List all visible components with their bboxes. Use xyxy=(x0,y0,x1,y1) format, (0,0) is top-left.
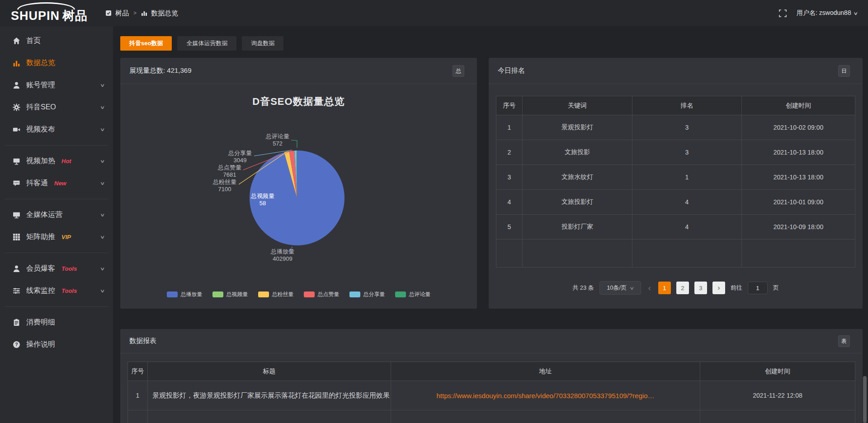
sidebar-item-home[interactable]: 首页 xyxy=(0,30,113,52)
legend-chip xyxy=(395,291,406,297)
sidebar-divider xyxy=(5,145,108,146)
sidebar-divider xyxy=(5,199,108,199)
tab-media-operation-data[interactable]: 全媒体运营数据 xyxy=(177,36,236,51)
col-created: 创建时间 xyxy=(700,362,855,381)
chevron-down-icon: ∨ xyxy=(99,83,105,88)
chevron-down-icon: ∨ xyxy=(99,235,105,240)
sidebar-item-video-publish[interactable]: 视频发布 ∨ xyxy=(0,118,113,141)
seo-chart-panel: 展现量总数: 421,369 总 D音SEO数据量总览 总评论量572 xyxy=(120,58,477,309)
chart-legend: 总播放量 总视频量 总粉丝量 总点赞量 总分享量 总评论量 xyxy=(120,291,477,298)
screen-icon xyxy=(13,157,20,165)
sidebar-item-douyin-seo[interactable]: 抖音SEO ∨ xyxy=(0,96,113,118)
sidebar-item-help[interactable]: ? 操作说明 xyxy=(0,334,113,356)
report-panel-title: 数据报表 xyxy=(129,337,156,345)
sidebar-item-video-heat[interactable]: 视频加热 Hot ∨ xyxy=(0,150,113,172)
legend-item-plays[interactable]: 总播放量 xyxy=(167,291,203,298)
user-menu[interactable]: 用户名: zswodun88 ∨ xyxy=(797,9,857,17)
chart-panel-header: 展现量总数: 421,369 xyxy=(120,58,477,84)
video-camera-icon xyxy=(13,126,20,133)
bar-chart-icon xyxy=(141,10,147,16)
app-logo: SHUPIN树品 xyxy=(11,0,105,26)
data-report-panel: 数据报表 表 序号 标题 地址 创建时间 1 景观投影灯，夜游景观投影灯厂家展示… xyxy=(120,329,863,423)
rank-panel-title: 今日排名 xyxy=(498,66,525,75)
total-view-button[interactable]: 总 xyxy=(453,65,464,77)
legend-item-videos[interactable]: 总视频量 xyxy=(212,291,248,298)
legend-item-shares[interactable]: 总分享量 xyxy=(349,291,385,298)
chevron-down-icon: ∨ xyxy=(99,127,105,132)
svg-text:?: ? xyxy=(15,342,18,347)
fullscreen-icon[interactable] xyxy=(779,9,787,17)
chevron-down-icon: ∨ xyxy=(99,266,105,271)
question-mark-icon: ? xyxy=(13,341,20,348)
sidebar-item-leads-monitor[interactable]: 线索监控 Tools ∨ xyxy=(0,280,113,302)
legend-item-fans[interactable]: 总粉丝量 xyxy=(258,291,294,298)
today-rank-panel: 今日排名 日 序号 关键词 排名 创建时间 1景观投影灯32021-10-02 … xyxy=(489,58,863,309)
tab-inquiry-data[interactable]: 询盘数据 xyxy=(242,36,283,51)
sidebar-item-media-operation[interactable]: 全媒体运营 ∨ xyxy=(0,204,113,226)
pie-label-fans: 总粉丝量7100 xyxy=(203,179,246,193)
gear-icon xyxy=(13,103,20,111)
table-row-partial xyxy=(128,410,855,423)
table-row: 1 景观投影灯，夜游景观投影灯厂家展示展示落花灯在花园里的灯光投影应用效果 # … xyxy=(128,381,855,410)
legend-chip xyxy=(212,291,223,297)
goto-page-input[interactable] xyxy=(748,282,768,294)
logo-text-cn: 树品 xyxy=(62,9,88,23)
prev-page-button[interactable]: ‹ xyxy=(646,283,653,293)
impressions-total: 展现量总数: 421,369 xyxy=(129,66,192,75)
table-row: 4文旅投影灯42021-10-01 09:00 xyxy=(496,190,855,215)
app-square-icon xyxy=(105,10,112,16)
sidebar-item-account[interactable]: 账号管理 ∨ xyxy=(0,74,113,96)
pie-label-videos: 总视频量58 xyxy=(241,193,284,207)
legend-chip xyxy=(258,291,269,297)
rank-panel-header: 今日排名 xyxy=(489,58,863,84)
sidebar-item-member-baoke[interactable]: 会员爆客 Tools ∨ xyxy=(0,258,113,280)
chevron-down-icon: ∨ xyxy=(853,11,858,16)
user-icon xyxy=(13,81,20,89)
col-no: 序号 xyxy=(496,96,523,115)
col-no: 序号 xyxy=(128,362,148,381)
pie-label-comments: 总评论量572 xyxy=(256,133,299,147)
pie-label-plays: 总播放量402909 xyxy=(261,248,304,263)
report-table-header: 序号 标题 地址 创建时间 xyxy=(128,362,855,381)
breadcrumb-separator: > xyxy=(133,10,137,16)
badge-new: New xyxy=(54,180,66,187)
sidebar-item-matrix-boost[interactable]: 矩阵助推 VIP ∨ xyxy=(0,226,113,248)
chevron-down-icon: ∨ xyxy=(99,288,105,293)
daily-view-button[interactable]: 日 xyxy=(838,65,850,77)
vertical-scrollbar[interactable] xyxy=(863,376,867,423)
video-title-cell: 景观投影灯，夜游景观投影灯厂家展示展示落花灯在花园里的灯光投影应用效果 # xyxy=(148,381,391,410)
username-label: 用户名: zswodun88 xyxy=(797,9,851,17)
sidebar-item-consume-detail[interactable]: 消费明细 xyxy=(0,311,113,334)
monitor-icon xyxy=(13,211,20,219)
next-page-button[interactable]: › xyxy=(712,282,725,294)
page-size-select[interactable]: 10条/页 ∨ xyxy=(599,281,641,295)
page-button-1[interactable]: 1 xyxy=(658,282,671,294)
breadcrumb: 树品 > 数据总览 xyxy=(105,9,178,18)
table-view-button[interactable]: 表 xyxy=(838,335,850,347)
breadcrumb-home[interactable]: 树品 xyxy=(115,9,129,18)
sidebar-item-douketong[interactable]: 抖客通 New ∨ xyxy=(0,172,113,194)
video-url-link[interactable]: https://www.iesdouyin.com/share/video/70… xyxy=(437,392,655,400)
chart-title: D音SEO数据量总览 xyxy=(120,95,477,108)
legend-chip xyxy=(349,291,360,297)
pie-chart-area: D音SEO数据量总览 总评论量572 总分享量3049 xyxy=(120,84,477,308)
tab-douyin-seo-data[interactable]: 抖音seo数据 xyxy=(120,36,172,51)
page-button-3[interactable]: 3 xyxy=(694,282,707,294)
col-created: 创建时间 xyxy=(742,96,855,115)
pie-label-shares: 总分享量3049 xyxy=(218,150,262,164)
chevron-down-icon: ∨ xyxy=(99,212,105,217)
legend-item-likes[interactable]: 总点赞量 xyxy=(304,291,340,298)
legend-item-comments[interactable]: 总评论量 xyxy=(395,291,431,298)
sliders-icon xyxy=(13,287,20,295)
sidebar-item-data-overview[interactable]: 数据总览 xyxy=(0,52,113,74)
sidebar: 首页 数据总览 账号管理 ∨ 抖音SEO ∨ 视频发布 ∨ 视频加热 Hot ∨ xyxy=(0,26,113,423)
table-row: 5投影灯厂家42021-10-09 18:00 xyxy=(496,215,855,240)
legend-chip xyxy=(304,291,315,297)
col-url: 地址 xyxy=(391,362,700,381)
goto-label: 前往 xyxy=(731,284,742,292)
chevron-down-icon: ∨ xyxy=(99,105,105,110)
sidebar-divider xyxy=(5,306,108,307)
table-row: 2文旅投影32021-10-13 18:00 xyxy=(496,140,855,165)
page-button-2[interactable]: 2 xyxy=(676,282,689,294)
report-table: 序号 标题 地址 创建时间 1 景观投影灯，夜游景观投影灯厂家展示展示落花灯在花… xyxy=(127,362,855,423)
